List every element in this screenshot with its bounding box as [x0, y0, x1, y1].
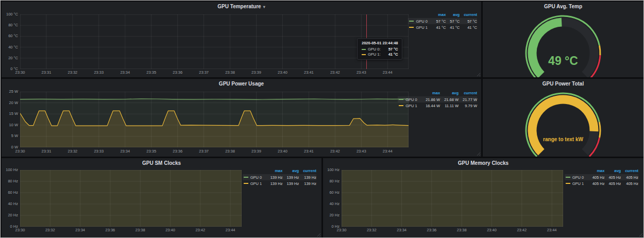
legend-header-max[interactable]: max — [432, 12, 446, 18]
legend-series-name[interactable]: GPU 0 — [565, 174, 588, 180]
y-axis-tick: 40 °C — [3, 45, 18, 49]
series-swatch-icon — [409, 27, 414, 28]
legend-header-avg[interactable]: avg — [604, 168, 621, 174]
legend-series-name[interactable]: GPU 1 — [398, 103, 421, 109]
panel-title-gpu-avg-temp[interactable]: GPU Avg. Temp — [483, 4, 643, 9]
legend-series-name[interactable]: GPU 0 — [408, 18, 432, 24]
panel-title-gpu-temperature[interactable]: GPU Temperature▾ — [2, 4, 481, 9]
panel-resize-handle[interactable] — [477, 152, 480, 156]
legend-series-name[interactable]: GPU 1 — [408, 24, 432, 30]
x-axis-tick: 23:44 — [379, 149, 396, 154]
tooltip-series-value: 57 °C — [388, 47, 398, 52]
x-axis-tick: 23:30 — [11, 228, 29, 232]
legend-header-blank — [408, 12, 432, 18]
legend-series-name[interactable]: GPU 1 — [565, 180, 588, 186]
legend-header-avg[interactable]: avg — [440, 91, 459, 96]
legend-row: GPU 0405 Hz405 Hz405 Hz — [565, 174, 638, 180]
grafana-dashboard: GPU Temperature▾ 2020-05-01 23:44:48 GPU… — [0, 0, 644, 238]
panel-resize-handle[interactable] — [639, 233, 642, 236]
x-axis-tick: 23:32 — [64, 149, 81, 154]
x-axis-tick: 23:44 — [222, 228, 239, 232]
panel-gpu-power-usage: GPU Power Usage 25 W20 W15 W10 W5 W0 W23… — [2, 79, 481, 157]
x-axis-tick: 23:34 — [393, 228, 411, 232]
x-axis-tick: 23:42 — [326, 149, 344, 154]
legend-value-max: 41 °C — [432, 24, 446, 30]
legend-value-avg: 57 °C — [446, 18, 460, 24]
legend-header-max[interactable]: max — [266, 168, 283, 174]
tooltip-series-name: GPU 0: — [368, 47, 381, 52]
panel-title-gpu-memory-clocks[interactable]: GPU Memory Clocks — [323, 160, 643, 166]
legend-value-avg: 41 °C — [446, 24, 460, 30]
y-axis-tick: 20 Hz — [324, 213, 340, 217]
chart-tooltip: 2020-05-01 23:44:48 GPU 0: 57 °C GPU 1: … — [357, 38, 402, 60]
legend-row: GPU 141 °C41 °C41 °C — [408, 24, 477, 30]
legend: maxavgcurrentGPU 0139 Hz139 Hz139 HzGPU … — [243, 168, 316, 186]
x-axis-tick: 23:35 — [143, 149, 160, 154]
chart-plot[interactable] — [20, 14, 409, 71]
panel-gpu-avg-temp: GPU Avg. Temp 49 °C — [483, 2, 643, 77]
x-axis-tick: 23:42 — [513, 228, 531, 232]
series-swatch-icon — [362, 49, 366, 50]
legend: maxavgcurrentGPU 021.86 W21.68 W21.77 WG… — [398, 91, 477, 109]
panel-gpu-sm-clocks: GPU SM Clocks 100 Hz80 Hz60 Hz40 Hz20 Hz… — [2, 158, 321, 237]
y-axis-tick: 40 Hz — [324, 202, 340, 206]
chart-plot[interactable] — [20, 170, 242, 229]
legend-header-current[interactable]: current — [459, 91, 477, 96]
panel-title-text: GPU Avg. Temp — [544, 4, 582, 9]
legend-value-avg: 405 Hz — [604, 174, 621, 180]
panel-title-gpu-sm-clocks[interactable]: GPU SM Clocks — [2, 160, 321, 166]
legend-header-max[interactable]: max — [421, 91, 440, 96]
legend-series-name[interactable]: GPU 0 — [243, 174, 266, 180]
x-axis-tick: 23:32 — [64, 71, 81, 75]
gauge-value: range to text kW — [483, 137, 643, 142]
y-axis-tick: 60 Hz — [324, 191, 340, 195]
legend-header-blank — [398, 91, 421, 96]
series-area-fill — [20, 170, 242, 227]
legend-value-max: 57 °C — [432, 18, 446, 24]
legend-series-name[interactable]: GPU 1 — [243, 180, 266, 186]
legend-header-current[interactable]: current — [460, 12, 477, 18]
legend-value-current: 139 Hz — [299, 174, 316, 180]
gauge — [483, 79, 643, 157]
legend-header-avg[interactable]: avg — [446, 12, 460, 18]
legend-value-avg: 139 Hz — [282, 174, 299, 180]
y-axis-tick: 20 Hz — [3, 213, 18, 217]
series-swatch-icon — [399, 105, 403, 106]
x-axis-tick: 23:41 — [300, 149, 317, 154]
chart-plot[interactable] — [20, 92, 409, 149]
legend-series-name[interactable]: GPU 0 — [398, 96, 421, 103]
legend-value-current: 41 °C — [460, 24, 477, 30]
legend-header-current[interactable]: current — [299, 168, 316, 174]
series-swatch-icon — [362, 54, 366, 55]
chart-plot[interactable] — [342, 170, 563, 229]
y-axis-tick: 100 °C — [3, 12, 18, 16]
x-axis-tick: 23:43 — [352, 71, 370, 75]
x-axis-tick: 23:40 — [162, 228, 179, 232]
x-axis-tick: 23:38 — [453, 228, 470, 232]
x-axis-tick: 23:33 — [90, 71, 108, 75]
x-axis-tick: 23:39 — [248, 71, 265, 75]
legend-row: GPU 1405 Hz405 Hz405 Hz — [565, 180, 638, 186]
panel-title-gpu-power-usage[interactable]: GPU Power Usage — [2, 81, 481, 87]
legend-header-avg[interactable]: avg — [282, 168, 299, 174]
series-line — [20, 99, 409, 99]
legend-header-blank — [243, 168, 266, 174]
x-axis-tick: 23:42 — [326, 71, 344, 75]
x-axis-tick: 23:42 — [192, 228, 209, 232]
y-axis-tick: 80 Hz — [324, 179, 340, 183]
panel-title-gpu-power-total[interactable]: GPU Power Total — [483, 81, 643, 87]
legend-row: GPU 021.86 W21.68 W21.77 W — [398, 96, 477, 103]
panel-gpu-power-total: GPU Power Total range to text kW — [483, 79, 643, 157]
panel-resize-handle[interactable] — [317, 233, 320, 236]
legend-header-current[interactable]: current — [621, 168, 638, 174]
panel-gpu-memory-clocks: GPU Memory Clocks 100 Hz80 Hz60 Hz40 Hz2… — [323, 158, 643, 237]
legend-header-max[interactable]: max — [588, 168, 605, 174]
x-axis-tick: 23:38 — [222, 149, 239, 154]
legend-value-avg: 11.11 W — [440, 103, 459, 109]
legend-header-blank — [565, 168, 588, 174]
legend-value-max: 21.86 W — [421, 96, 440, 103]
legend-value-avg: 21.68 W — [440, 96, 459, 103]
series-swatch-icon — [409, 21, 414, 22]
legend-value-current: 405 Hz — [621, 180, 638, 186]
panel-resize-handle[interactable] — [477, 73, 480, 76]
